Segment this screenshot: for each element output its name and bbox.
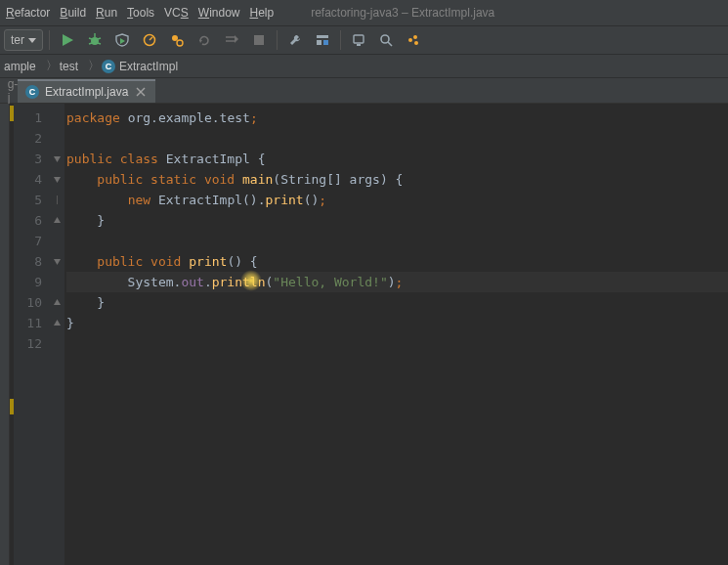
line-number[interactable]: 5 — [14, 190, 42, 210]
attach-icon — [170, 33, 184, 47]
code-line[interactable]: new ExtractImpl().print(); — [66, 190, 728, 210]
line-number[interactable]: 3 — [14, 149, 42, 169]
svg-marker-12 — [199, 40, 202, 43]
code-line[interactable] — [66, 128, 728, 149]
stop-button[interactable] — [247, 28, 271, 52]
svg-rect-20 — [354, 35, 364, 43]
emulator-icon — [352, 33, 365, 47]
svg-rect-21 — [357, 44, 361, 46]
fold-marker[interactable] — [49, 251, 64, 272]
editor-tab-active[interactable]: C ExtractImpl.java — [18, 79, 155, 103]
line-number[interactable]: 7 — [14, 231, 42, 251]
tab-close-button[interactable] — [134, 85, 148, 99]
code-line[interactable]: package org.example.test; — [66, 108, 728, 128]
search-icon — [379, 33, 393, 47]
svg-point-22 — [381, 35, 389, 43]
execute-button[interactable] — [220, 28, 243, 52]
code-line[interactable]: public void print() { — [66, 251, 728, 272]
breadcrumb-bar: ample〉test〉CExtractImpl — [0, 55, 728, 78]
line-number[interactable]: 9 — [14, 272, 42, 292]
code-line[interactable]: } — [66, 313, 728, 333]
search-everywhere-button[interactable] — [374, 28, 398, 52]
line-number[interactable]: 10 — [14, 292, 42, 313]
close-icon — [136, 87, 146, 97]
svg-line-9 — [150, 37, 152, 40]
line-number[interactable]: 2 — [14, 128, 42, 149]
stop-icon — [253, 34, 265, 46]
breadcrumb-label: ample — [4, 60, 36, 73]
line-number[interactable]: 1 — [14, 108, 42, 128]
svg-rect-16 — [254, 35, 264, 45]
svg-point-10 — [172, 35, 178, 41]
run-icon — [61, 33, 74, 47]
highlight-mark — [10, 106, 14, 121]
code-line[interactable]: System.out.println("Hello, World!"); — [66, 272, 728, 292]
attach-button[interactable] — [165, 28, 189, 52]
menu-bar: RefactorBuildRunToolsVCSWindowHelprefact… — [0, 0, 728, 25]
fold-marker — [49, 272, 64, 292]
line-number[interactable]: 6 — [14, 210, 42, 231]
svg-line-4 — [98, 38, 101, 39]
run-config-selector[interactable]: ter — [4, 29, 43, 51]
left-tool-stripe[interactable] — [0, 104, 10, 565]
code-editor[interactable]: package org.example.test;public class Ex… — [64, 104, 728, 565]
code-line[interactable]: public class ExtractImpl { — [66, 149, 728, 169]
fold-marker[interactable] — [49, 313, 64, 333]
settings-button[interactable] — [283, 28, 307, 52]
fold-marker[interactable] — [49, 190, 64, 210]
emulator-button[interactable] — [347, 28, 370, 52]
menu-build[interactable]: Build — [60, 6, 86, 20]
svg-point-25 — [413, 35, 417, 39]
svg-rect-17 — [317, 35, 328, 38]
dropdown-caret-icon — [28, 38, 36, 43]
svg-point-24 — [408, 38, 412, 42]
menu-help[interactable]: Help — [249, 6, 274, 20]
breadcrumb-label: ExtractImpl — [119, 60, 178, 73]
code-line[interactable]: } — [66, 292, 728, 313]
side-highlight-strip — [10, 104, 14, 565]
class-icon: C — [25, 85, 39, 99]
line-number[interactable]: 8 — [14, 251, 42, 272]
code-line[interactable] — [66, 231, 728, 251]
svg-point-1 — [91, 37, 99, 45]
breadcrumb-item[interactable]: test〉 — [60, 58, 100, 74]
ide-features-button[interactable] — [402, 28, 425, 52]
svg-point-26 — [414, 41, 418, 45]
code-line[interactable]: } — [66, 210, 728, 231]
run-button[interactable] — [56, 28, 79, 52]
menu-refactor[interactable]: Refactor — [6, 6, 50, 20]
chevron-right-icon: 〉 — [46, 58, 58, 74]
update-app-button[interactable] — [193, 28, 216, 52]
breadcrumb-item[interactable]: ample〉 — [4, 58, 58, 74]
separator — [340, 30, 341, 50]
fold-marker[interactable] — [49, 210, 64, 231]
fold-marker[interactable] — [49, 292, 64, 313]
line-number[interactable]: 4 — [14, 169, 42, 190]
debug-button[interactable] — [83, 28, 107, 52]
fold-marker[interactable] — [49, 169, 64, 190]
execute-icon — [225, 33, 238, 47]
fold-marker — [49, 333, 64, 354]
line-number-gutter[interactable]: 123456789101112 — [14, 104, 49, 565]
code-line[interactable]: public static void main(String[] args) { — [66, 169, 728, 190]
menu-tools[interactable]: Tools — [127, 6, 154, 20]
line-number[interactable]: 12 — [14, 333, 42, 354]
menu-window[interactable]: Window — [198, 6, 240, 20]
project-structure-icon — [316, 33, 329, 47]
profile-button[interactable] — [138, 28, 161, 52]
fold-marker — [49, 128, 64, 149]
menu-vcs[interactable]: VCS — [164, 6, 189, 20]
project-structure-button[interactable] — [311, 28, 334, 52]
toolbar: ter — [0, 25, 728, 55]
fold-marker[interactable] — [49, 149, 64, 169]
svg-line-6 — [98, 43, 101, 44]
line-number[interactable]: 11 — [14, 313, 42, 333]
separator — [277, 30, 278, 50]
menu-run[interactable]: Run — [96, 6, 117, 20]
svg-marker-7 — [120, 38, 125, 44]
coverage-button[interactable] — [110, 28, 134, 52]
code-line[interactable] — [66, 333, 728, 354]
fold-gutter[interactable] — [49, 104, 64, 565]
svg-line-3 — [89, 38, 92, 39]
breadcrumb-item[interactable]: CExtractImpl — [102, 60, 178, 73]
